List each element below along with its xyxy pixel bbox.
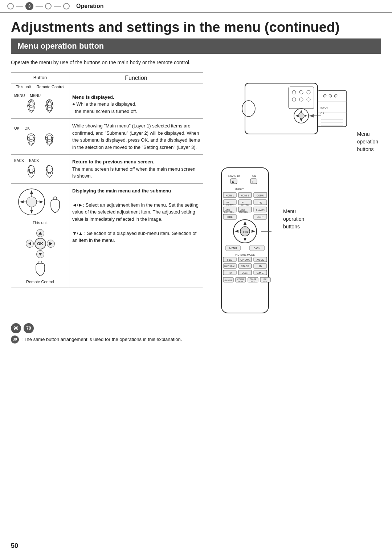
svg-marker-33 xyxy=(295,115,298,117)
svg-point-21 xyxy=(242,101,255,117)
svg-text:ADJ.: ADJ. xyxy=(264,280,268,282)
nav-up-btn xyxy=(36,229,44,237)
back-btn-images xyxy=(14,163,66,179)
svg-text:ANIME: ANIME xyxy=(257,259,264,261)
remote-label: Remote Control xyxy=(36,85,64,89)
svg-marker-13 xyxy=(30,210,33,214)
svg-text:PC: PC xyxy=(258,202,262,204)
svg-point-25 xyxy=(307,90,310,94)
back-unit-label: BACK xyxy=(14,159,24,163)
step-circle-1 xyxy=(7,3,14,9)
svg-text:BACK: BACK xyxy=(253,247,260,249)
remote-control-svg: STAND BY ON ⏻ I INPUT HDMI 1 HDMI 2 COMP… xyxy=(211,164,279,320)
nav-hand-unit xyxy=(47,195,63,216)
svg-text:PICTURE MODE: PICTURE MODE xyxy=(235,253,255,256)
ok-fn-text: While showing "Main menu" (Layer 1) sele… xyxy=(72,123,200,150)
ok-unit-icon xyxy=(23,131,39,147)
nav-cluster-unit xyxy=(17,187,46,216)
ok-remote-label: OK xyxy=(24,126,29,130)
step-circle-3: 3 xyxy=(25,2,33,10)
ok-btn-images xyxy=(14,131,66,147)
svg-text:INPUT: INPUT xyxy=(320,106,328,109)
svg-text:HDMI 1: HDMI 1 xyxy=(226,194,234,197)
main-heading: Adjustments and settings in the menu (co… xyxy=(0,13,392,38)
svg-text:NATURAL: NATURAL xyxy=(224,265,235,268)
svg-text:FORMAT: FORMAT xyxy=(226,204,234,206)
svg-text:I: I xyxy=(252,180,253,183)
table-row: OK OK xyxy=(11,119,203,155)
svg-marker-15 xyxy=(40,200,43,203)
svg-text:SETTING: SETTING xyxy=(241,204,249,206)
nav-remote-label: Remote Control xyxy=(14,280,66,284)
ok-nav-middle: OK xyxy=(26,238,55,249)
badge-30: 30 xyxy=(11,336,19,343)
svg-text:STAND BY: STAND BY xyxy=(228,175,241,177)
nav-fn-text1: ◄/►: Select an adjustment item in the me… xyxy=(72,202,199,222)
section-label: Operation xyxy=(76,3,104,9)
svg-marker-32 xyxy=(300,119,302,122)
svg-text:C.M.D.: C.M.D. xyxy=(257,272,264,274)
back-remote-label: BACK xyxy=(29,159,39,163)
svg-text:LIGHT: LIGHT xyxy=(257,216,264,218)
ok-remote-icon xyxy=(41,131,57,147)
svg-text:OK: OK xyxy=(243,230,248,234)
menu-fn-bold: Menu is displayed. xyxy=(72,94,114,100)
footer-note: 30 : The same button arrangement is used… xyxy=(0,335,392,349)
top-bar: 3 Operation xyxy=(0,0,392,13)
badge-90: 90 xyxy=(11,323,21,333)
description: Operate the menu by use of the buttons o… xyxy=(0,59,392,72)
menu-unit-icon xyxy=(23,98,39,114)
section-heading: Menu operation button xyxy=(11,38,381,54)
svg-text:THX: THX xyxy=(228,272,233,274)
svg-text:HIDE: HIDE xyxy=(227,216,233,218)
left-column: Button Function This unit Remote Control xyxy=(11,72,203,320)
svg-point-2 xyxy=(46,100,53,107)
svg-point-27 xyxy=(299,98,303,101)
back-remote-icon xyxy=(41,163,57,179)
sub-header-units: This unit Remote Control xyxy=(11,84,69,90)
back-btn-cell: BACK BACK xyxy=(11,155,69,184)
col-button-header: Button xyxy=(11,72,69,84)
svg-text:MEMORY: MEMORY xyxy=(239,211,248,213)
this-unit-label: This unit xyxy=(16,85,31,89)
svg-point-30 xyxy=(298,113,304,119)
menu-fn-bullet: ● While the menu is displayed, the menu … xyxy=(72,101,137,114)
svg-marker-31 xyxy=(300,110,302,113)
sub-header-fn xyxy=(69,84,203,90)
table-row: This unit OK xyxy=(11,183,203,288)
badge-row: 90 70 xyxy=(11,323,381,333)
menu-fn-cell: Menu is displayed. ● While the menu is d… xyxy=(69,90,203,119)
svg-marker-14 xyxy=(20,200,24,203)
ok-fn-cell: While showing "Main menu" (Layer 1) sele… xyxy=(69,119,203,155)
sub-header: This unit Remote Control xyxy=(11,84,203,90)
remote-area: STAND BY ON ⏻ I INPUT HDMI 1 HDMI 2 COMP… xyxy=(211,164,381,320)
ok-nav-remote: OK xyxy=(14,229,66,258)
svg-text:PICT.: PICT. xyxy=(251,280,255,282)
right-column: INPUT OK Menuoperationbuttons STAND BY O… xyxy=(203,72,381,320)
ok-center-btn: OK xyxy=(34,238,46,249)
menu-unit-label: MENU xyxy=(14,94,25,98)
projector-area: INPUT OK Menuoperationbuttons xyxy=(211,72,381,153)
nav-down-btn xyxy=(36,250,44,258)
svg-point-11 xyxy=(26,197,37,207)
svg-point-39 xyxy=(323,94,326,97)
svg-point-5 xyxy=(29,135,33,139)
nav-left-btn xyxy=(26,240,34,248)
svg-text:FILM: FILM xyxy=(227,259,233,261)
svg-marker-87 xyxy=(252,230,255,233)
svg-marker-84 xyxy=(244,221,246,225)
svg-text:⏻: ⏻ xyxy=(232,180,234,183)
content-area: Button Function This unit Remote Control xyxy=(0,72,392,320)
ok-btn-cell: OK OK xyxy=(11,119,69,155)
svg-point-8 xyxy=(28,166,34,172)
svg-text:USER: USER xyxy=(242,272,248,274)
menu-remote-label: MENU xyxy=(30,94,40,98)
svg-text:STAGE: STAGE xyxy=(241,265,249,268)
svg-text:MENU: MENU xyxy=(229,247,237,249)
nav-fn-bold: Displaying the main menu and the submenu xyxy=(72,188,171,194)
svg-marker-85 xyxy=(244,238,246,241)
svg-text:3D: 3D xyxy=(259,265,262,268)
svg-text:OK: OK xyxy=(320,112,324,114)
dash-2 xyxy=(36,6,43,7)
badge-70: 70 xyxy=(24,323,34,333)
